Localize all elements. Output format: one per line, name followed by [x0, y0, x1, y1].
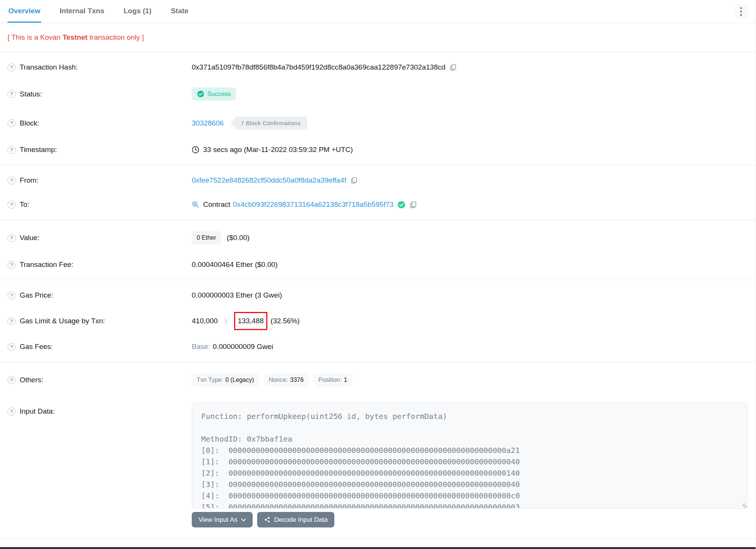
row-input-data: Input Data: Function: performUpkeep(uint… — [0, 395, 756, 535]
gas-used-value: 133,488 — [238, 317, 264, 325]
row-block: Block: 30328606 7 Block Confirmations — [0, 109, 756, 138]
tab-list: Overview Internal Txns Logs (1) State — [8, 0, 189, 23]
input-data-box[interactable]: Function: performUpkeep(uint256 id, byte… — [192, 403, 748, 509]
decode-icon — [264, 516, 270, 523]
from-address-link[interactable]: 0xfee7522e8482682cf50ddc50a0f8da2a39effa… — [192, 176, 346, 185]
input-word-row: [0]: 00000000000000000000000000000000000… — [201, 445, 738, 456]
help-icon[interactable] — [8, 90, 16, 98]
tab-logs[interactable]: Logs (1) — [123, 0, 152, 23]
kebab-icon — [740, 7, 742, 9]
input-word-row: [2]: 00000000000000000000000000000000000… — [201, 467, 738, 479]
position-badge: Position: 1 — [314, 373, 352, 387]
tab-overview[interactable]: Overview — [8, 0, 41, 23]
input-data-label: Input Data: — [20, 407, 55, 416]
testnet-warning: [ This is a Kovan Testnet transaction on… — [0, 23, 756, 52]
help-icon[interactable] — [8, 317, 16, 325]
help-icon[interactable] — [8, 343, 16, 351]
to-label: To: — [20, 200, 29, 209]
decode-input-data-button[interactable]: Decode Input Data — [257, 512, 335, 527]
warning-text-suffix: transaction only ] — [88, 33, 144, 41]
section-value-fee: Value: 0 Ether ($0.00) Transaction Fee: … — [0, 220, 756, 280]
value-label: Value: — [20, 234, 39, 242]
status-badge: Success — [192, 87, 236, 101]
warning-text-prefix: [ This is a Kovan — [8, 33, 62, 41]
block-number-link[interactable]: 30328606 — [192, 119, 224, 127]
help-icon[interactable] — [8, 146, 16, 154]
help-icon[interactable] — [8, 408, 16, 416]
help-icon[interactable] — [8, 376, 16, 384]
section-gas: Gas Price: 0.000000003 Ether (3 Gwei) Ga… — [0, 280, 756, 362]
value-usd: ($0.00) — [227, 234, 250, 242]
tab-state[interactable]: State — [170, 0, 189, 23]
zoom-in-icon[interactable] — [192, 201, 199, 208]
resize-grip-icon[interactable] — [740, 501, 745, 507]
input-word-row: [5]: 00000000000000000000000000000000000… — [201, 501, 738, 509]
row-from: From: 0xfee7522e8482682cf50ddc50a0f8da2a… — [0, 168, 756, 192]
help-icon[interactable] — [8, 261, 16, 269]
gas-price-label: Gas Price: — [20, 291, 53, 299]
row-others: Others: Txn Type: 0 (Legacy) Nonce: 3376… — [0, 365, 756, 395]
window-bottom-edge — [0, 547, 756, 549]
section-hash-status-block-time: Transaction Hash: 0x371a51097fb78df856f8… — [0, 52, 756, 165]
gas-fees-base-value: 0.000000009 Gwei — [213, 343, 273, 351]
check-circle-icon — [197, 90, 204, 98]
help-icon[interactable] — [8, 292, 16, 299]
copy-icon[interactable] — [449, 64, 457, 71]
help-icon[interactable] — [8, 201, 16, 209]
row-transaction-fee: Transaction Fee: 0.000400464 Ether ($0.0… — [0, 253, 756, 277]
row-timestamp: Timestamp: 33 secs ago (Mar-11-2022 03:5… — [0, 138, 756, 162]
input-function-line: Function: performUpkeep(uint256 id, byte… — [201, 411, 738, 422]
more-options-button[interactable] — [734, 5, 748, 19]
help-icon[interactable] — [8, 64, 16, 71]
copy-icon[interactable] — [350, 177, 358, 184]
row-to: To: Contract 0x4cb093f226983713164a62138… — [0, 192, 756, 217]
input-word-row: [1]: 00000000000000000000000000000000000… — [201, 456, 738, 467]
view-input-as-button[interactable]: View Input As — [192, 512, 253, 527]
value-amount-badge: 0 Ether — [192, 231, 221, 245]
nonce-badge: Nonce: 3376 — [264, 373, 309, 387]
chevron-down-icon — [241, 518, 246, 521]
section-from-to: From: 0xfee7522e8482682cf50ddc50a0f8da2a… — [0, 165, 756, 220]
row-gas-price: Gas Price: 0.000000003 Ether (3 Gwei) — [0, 283, 756, 307]
row-status: Status: Success — [0, 79, 756, 109]
gas-limit-label: Gas Limit & Usage by Txn: — [20, 317, 105, 325]
transaction-hash-value: 0x371a51097fb78df856f8b4a7bd459f192d8cc8… — [192, 63, 446, 71]
status-label: Status: — [20, 90, 42, 98]
timestamp-label: Timestamp: — [20, 146, 57, 154]
input-data-actions: View Input As Decode Input Data — [192, 512, 756, 527]
transaction-detail-page: Overview Internal Txns Logs (1) State [ … — [0, 0, 756, 549]
help-icon[interactable] — [8, 234, 16, 242]
row-value: Value: 0 Ether ($0.00) — [0, 223, 756, 253]
input-blank-line — [201, 422, 738, 433]
row-transaction-hash: Transaction Hash: 0x371a51097fb78df856f8… — [0, 55, 756, 79]
transaction-fee-label: Transaction Fee: — [20, 261, 73, 269]
block-confirmations-badge: 7 Block Confirmations — [231, 116, 307, 130]
status-value: Success — [207, 90, 231, 98]
copy-icon[interactable] — [409, 201, 417, 209]
to-address-link[interactable]: 0x4cb093f226983713164a62138c3f718a5b595f… — [233, 200, 394, 209]
input-word-row: [3]: 00000000000000000000000000000000000… — [201, 479, 738, 490]
tab-internal-txns[interactable]: Internal Txns — [59, 0, 105, 23]
gas-separator: | — [222, 317, 230, 325]
transaction-hash-label: Transaction Hash: — [20, 63, 78, 71]
warning-text-bold: Testnet — [62, 33, 87, 41]
transaction-fee-value: 0.000400464 Ether ($0.00) — [192, 261, 278, 269]
section-others-input: Others: Txn Type: 0 (Legacy) Nonce: 3376… — [0, 362, 756, 539]
others-label: Others: — [20, 376, 43, 384]
txn-type-badge: Txn Type: 0 (Legacy) — [192, 373, 259, 387]
gas-limit-value: 410,000 — [192, 317, 218, 325]
verified-check-icon — [397, 201, 405, 209]
from-label: From: — [20, 176, 39, 185]
clock-icon — [192, 146, 199, 154]
gas-used-highlight-box: 133,488 — [234, 312, 268, 330]
row-gas-limit-usage: Gas Limit & Usage by Txn: 410,000 | 133,… — [0, 307, 756, 335]
row-gas-fees: Gas Fees: Base: 0.000000009 Gwei — [0, 335, 756, 359]
gas-used-percentage: (32.56%) — [270, 317, 300, 325]
gas-fees-base-label: Base: — [192, 343, 210, 351]
help-icon[interactable] — [8, 119, 16, 127]
input-method-id-line: MethodID: 0x7bbaf1ea — [201, 433, 738, 445]
help-icon[interactable] — [8, 177, 16, 185]
gas-price-value: 0.000000003 Ether (3 Gwei) — [192, 291, 282, 299]
input-word-row: [4]: 00000000000000000000000000000000000… — [201, 490, 738, 501]
to-type-label: Contract — [203, 200, 230, 209]
